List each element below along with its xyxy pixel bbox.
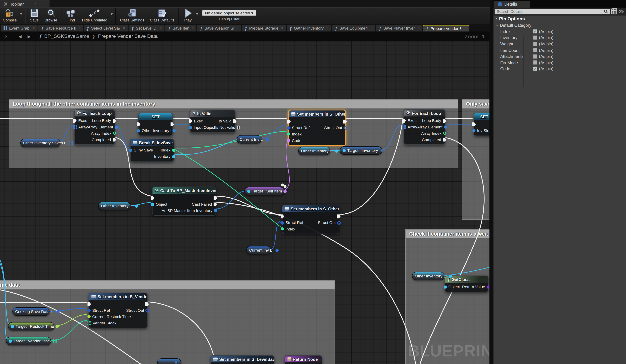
toolbar-button-hide-unrelated[interactable]: Hide Unrelated [79, 7, 110, 24]
data-pin-icon[interactable] [129, 149, 132, 152]
data-pin-icon[interactable] [287, 132, 290, 136]
close-icon[interactable]: × [35, 2, 37, 5]
node-header[interactable]: Set members in S_VendorSave [89, 293, 147, 300]
tab-save-player-invento[interactable]: ƒSave Player Invento× [376, 25, 423, 32]
close-icon[interactable]: × [236, 26, 238, 30]
array-pin-icon[interactable] [53, 339, 57, 343]
toolbar-button-save[interactable]: Save [27, 7, 42, 24]
exec-pin-icon[interactable] [171, 122, 174, 126]
data-pin-icon[interactable] [247, 190, 250, 193]
breadcrumb-page[interactable]: Prepare Vender Save Data [98, 33, 158, 39]
exec-pin-icon[interactable] [443, 137, 446, 142]
tab-gather-inventory-da[interactable]: ƒGather Inventory Da× [287, 25, 331, 32]
target-self-item[interactable]: TargetSelf Item [244, 187, 284, 196]
partial-pill[interactable] [157, 358, 181, 364]
data-pin-icon[interactable] [283, 190, 287, 193]
data-pin-icon[interactable] [443, 132, 446, 135]
exec-pin-icon[interactable] [343, 120, 347, 124]
exec-pin-icon[interactable] [281, 214, 284, 219]
comment-title[interactable]: Loop though all the other container item… [9, 99, 458, 108]
cooking-save-data-l[interactable]: Cooking Save Data L [12, 307, 49, 316]
comment-title[interactable]: Only save [462, 99, 490, 108]
node-header[interactable]: ⟳For Each Loop [404, 110, 445, 116]
comment-title[interactable]: Check if container item is a wea [406, 230, 490, 238]
close-icon[interactable]: × [160, 26, 162, 30]
blueprint-graph-canvas[interactable]: Loop though all the other container item… [0, 41, 490, 364]
break-s-invsave[interactable]: Break S_InvSaveS Inv SaveIndexInventory [130, 139, 174, 162]
array-pin-icon[interactable] [87, 321, 91, 325]
as-pin-checkbox[interactable]: ✓ [533, 66, 537, 71]
close-icon[interactable]: × [33, 26, 35, 30]
tab-save-weapon-slots[interactable]: ƒSave Weapon Slots× [197, 25, 241, 32]
data-pin-icon[interactable] [189, 126, 192, 129]
array-pin-icon[interactable] [402, 125, 406, 129]
data-pin-icon[interactable] [87, 315, 91, 318]
tab-event-graph[interactable]: Event Graph× [1, 25, 38, 32]
as-pin-checkbox[interactable]: ✓ [533, 29, 537, 33]
for-each-loop-1[interactable]: ⟳For Each LoopExecLoop BodyArrayArray El… [74, 109, 115, 145]
close-icon[interactable]: × [464, 27, 466, 30]
struct-pin-icon[interactable] [343, 126, 348, 130]
toolbar-button-play[interactable]: Play [180, 7, 196, 24]
cast-to-bp-masteriteminventory[interactable]: ↣Cast To BP_MasterItemInventoryObjectCas… [152, 187, 216, 216]
pin-options-section[interactable]: ▾ Pin Options [494, 15, 626, 22]
exec-pin-icon[interactable] [443, 119, 446, 123]
struct-pin-icon[interactable] [145, 308, 150, 313]
comment-title[interactable]: me data [0, 281, 335, 289]
tab-save-item[interactable]: ƒSave Item× [165, 25, 196, 32]
exec-pin-icon[interactable] [214, 202, 217, 206]
data-pin-icon[interactable] [443, 285, 447, 289]
data-pin-icon[interactable] [11, 325, 14, 328]
data-pin-icon[interactable] [487, 285, 490, 289]
data-pin-icon[interactable] [115, 126, 118, 129]
array-pin-icon[interactable] [73, 125, 77, 129]
struct-pin-icon[interactable] [280, 220, 284, 225]
column-divider[interactable] [523, 37, 524, 87]
node-header[interactable]: ↣Cast To BP_MasterItemInventory [153, 187, 216, 194]
struct-pin-icon[interactable] [87, 308, 91, 313]
current-inv-l-2[interactable]: Current Inv L [246, 246, 271, 254]
default-category-row[interactable]: ▾ Default Category [494, 22, 626, 28]
close-icon[interactable]: × [192, 26, 194, 30]
target-restock-time[interactable]: TargetRestock Time [8, 322, 54, 331]
tab-select-level-save-d[interactable]: ƒSelect Level Save D× [84, 25, 128, 32]
other-inventory-l-b[interactable]: Other Inventory L [98, 202, 131, 210]
other-inventory-l-c[interactable]: Other Inventory L [412, 272, 444, 280]
close-icon[interactable]: × [281, 26, 283, 30]
data-pin-icon[interactable] [113, 132, 116, 135]
as-pin-checkbox[interactable] [533, 54, 537, 59]
close-icon[interactable]: × [525, 2, 527, 6]
data-pin-icon[interactable] [444, 126, 447, 129]
set-inv-slot-partial[interactable]: SETInv Slot [473, 113, 490, 136]
node-header[interactable]: SET [138, 113, 172, 120]
exec-pin-icon[interactable] [145, 302, 149, 306]
toolbar-button-find[interactable]: Find [63, 7, 79, 24]
data-pin-icon[interactable] [287, 139, 290, 142]
exec-pin-icon[interactable] [233, 119, 237, 123]
for-each-loop-2[interactable]: ⟳For Each LoopExecLoop BodyArrayArray El… [404, 109, 445, 145]
view-options-eye-icon[interactable] [619, 9, 625, 14]
set-members-vendorsave[interactable]: Set members in S_VendorSaveStruct RefStr… [89, 293, 148, 328]
as-pin-checkbox[interactable] [533, 42, 537, 46]
close-icon[interactable]: × [123, 26, 125, 30]
toolbar-button-browse[interactable]: Browse [42, 7, 60, 24]
details-tab[interactable]: i Details × [494, 1, 530, 7]
exec-pin-icon[interactable] [214, 196, 217, 200]
as-pin-checkbox[interactable] [533, 35, 537, 40]
struct-pin-icon[interactable] [286, 126, 291, 130]
close-icon[interactable]: × [371, 26, 373, 30]
is-valid[interactable]: ?Is ValidExecIs ValidInput ObjectIs Not … [190, 110, 235, 133]
debug-object-dropdown[interactable]: No debug object selected ▾ [202, 10, 257, 16]
tab-prepare-storage-sa[interactable]: ƒPrepare Storage Sa× [242, 25, 286, 32]
data-pin-icon[interactable] [214, 209, 217, 212]
set-members-otherinvsaves-1[interactable]: Set members in S_OtherInvSavesStruct Ref… [288, 110, 346, 146]
exec-pin-icon[interactable] [137, 122, 140, 126]
data-pin-icon[interactable] [343, 149, 346, 152]
set-other-inventory[interactable]: SETOther Inventory L [138, 113, 173, 136]
data-pin-icon[interactable] [275, 249, 278, 252]
array-pin-icon[interactable] [175, 361, 178, 364]
favorite-star-icon[interactable]: ☆ [3, 33, 7, 39]
back-arrow-icon[interactable]: ◄ [17, 33, 23, 39]
node-header[interactable]: ?Is Valid [191, 110, 235, 117]
data-pin-icon[interactable] [137, 129, 140, 132]
